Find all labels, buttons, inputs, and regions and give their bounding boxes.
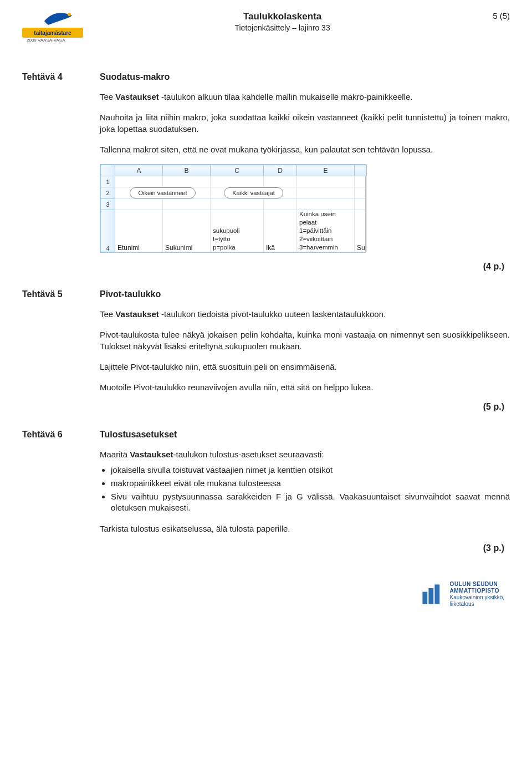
svg-point-0 bbox=[68, 13, 71, 16]
r4-f-partial: Su bbox=[355, 210, 367, 252]
task-6-score: (3 p.) bbox=[22, 543, 504, 553]
task-4: Tehtävä 4 Suodatus-makro Tee Vastaukset … bbox=[22, 72, 510, 272]
r4-c: sukupuoli t=tyttö p=poika bbox=[211, 210, 264, 252]
t4-p1c: -taulukon alkuun tilaa kahdelle mallin m… bbox=[159, 92, 413, 101]
r4-d: Ikä bbox=[264, 210, 297, 252]
task-5: Tehtävä 5 Pivot-taulukko Tee Vastaukset … bbox=[22, 289, 510, 412]
col-A: A bbox=[115, 165, 163, 176]
task-5-score: (5 p.) bbox=[22, 402, 504, 412]
taitaja-logo: taitajamästare 2009 VAASA-VASA bbox=[22, 11, 83, 44]
r4-e: Kuinka usein pelaat 1=päivittäin 2=viiko… bbox=[297, 210, 355, 252]
page-footer: OULUN SEUDUN AMMATTIOPISTO Kaukovainion … bbox=[22, 581, 504, 608]
footer-text: OULUN SEUDUN AMMATTIOPISTO Kaukovainion … bbox=[450, 581, 504, 608]
header-title: Taulukkolaskenta bbox=[83, 11, 482, 22]
header-center: Taulukkolaskenta Tietojenkäsittely – laj… bbox=[83, 11, 482, 32]
page-header: taitajamästare 2009 VAASA-VASA Taulukkol… bbox=[22, 11, 510, 44]
task-5-label: Tehtävä 5 bbox=[22, 289, 100, 299]
task-5-para-2: Pivot-taulukosta tulee näkyä jokaisen pe… bbox=[100, 329, 510, 352]
header-subtitle: Tietojenkäsittely – lajinro 33 bbox=[83, 23, 482, 32]
task-4-para-3: Tallenna makrot siten, että ne ovat muka… bbox=[100, 144, 510, 155]
r4-a: Etunimi bbox=[115, 210, 163, 252]
task-6-label: Tehtävä 6 bbox=[22, 430, 100, 440]
taitaja-wordmark: taitajamästare bbox=[22, 28, 83, 38]
taitaja-swirl-icon bbox=[42, 11, 75, 28]
task-5-para-3: Lajittele Pivot-taulukko niin, että suos… bbox=[100, 361, 510, 373]
svg-rect-1 bbox=[422, 592, 427, 604]
excel-macro-button-2: Kaikki vastaajat bbox=[224, 187, 283, 198]
t6-p1c: -taulukon tulostus-asetukset seuraavasti… bbox=[173, 450, 324, 459]
t5-p1a: Tee bbox=[100, 309, 115, 319]
t4-p1a: Tee bbox=[100, 92, 115, 101]
footer-line-2: AMMATTIOPISTO bbox=[450, 588, 504, 594]
t4-p1b: Vastaukset bbox=[115, 92, 158, 101]
osao-logo-icon bbox=[420, 582, 444, 606]
task-6-bullet-3: Sivu vaihtuu pystysuunnassa sarakkeiden … bbox=[111, 491, 510, 514]
t5-p1c: -taulukon tiedoista pivot-taulukko uutee… bbox=[159, 309, 386, 319]
footer-line-1: OULUN SEUDUN bbox=[450, 581, 504, 588]
svg-rect-3 bbox=[434, 584, 439, 604]
row-3: 3 bbox=[101, 199, 115, 210]
col-D: D bbox=[264, 165, 297, 176]
row-4: 4 bbox=[101, 210, 115, 252]
task-6-heading: Tulostusasetukset bbox=[100, 430, 177, 440]
task-6: Tehtävä 6 Tulostusasetukset Maaritä Vast… bbox=[22, 430, 510, 553]
task-6-para-1: Maaritä Vastaukset-taulukon tulostus-ase… bbox=[100, 448, 510, 460]
t6-p1a: Maaritä bbox=[100, 450, 130, 459]
t6-p1b: Vastaukset bbox=[130, 450, 173, 459]
t5-p1b: Vastaukset bbox=[115, 309, 158, 319]
task-6-bullets: jokaisella sivulla toistuvat vastaajien … bbox=[100, 465, 510, 514]
footer-line-3: Kaukovainion yksikkö, bbox=[450, 594, 504, 601]
task-4-score: (4 p.) bbox=[22, 262, 504, 272]
footer-line-4: liiketalous bbox=[450, 601, 504, 608]
excel-screenshot: A B C D E 1 2 Oikein vastanneet Kaikki v… bbox=[100, 164, 366, 253]
task-4-para-1: Tee Vastaukset -taulukon alkuun tilaa ka… bbox=[100, 91, 510, 103]
task-4-label: Tehtävä 4 bbox=[22, 72, 100, 82]
row-1: 1 bbox=[101, 176, 115, 187]
col-B: B bbox=[163, 165, 211, 176]
col-E: E bbox=[297, 165, 355, 176]
svg-rect-2 bbox=[428, 588, 433, 604]
taitaja-year: 2009 VAASA-VASA bbox=[27, 38, 65, 43]
task-6-bullet-2: makropainikkeet eivät ole mukana tuloste… bbox=[111, 478, 510, 489]
task-4-para-2: Nauhoita ja liitä niihin makro, joka suo… bbox=[100, 111, 510, 135]
excel-header-row: A B C D E bbox=[101, 165, 367, 176]
task-4-heading: Suodatus-makro bbox=[100, 72, 170, 82]
r4-b: Sukunimi bbox=[163, 210, 211, 252]
task-6-bullet-1: jokaisella sivulla toistuvat vastaajien … bbox=[111, 465, 510, 476]
page-counter: 5 (5) bbox=[493, 11, 510, 21]
task-5-heading: Pivot-taulukko bbox=[100, 289, 161, 299]
task-5-para-1: Tee Vastaukset -taulukon tiedoista pivot… bbox=[100, 308, 510, 320]
row-2: 2 bbox=[101, 187, 115, 199]
excel-macro-button-1: Oikein vastanneet bbox=[130, 187, 195, 198]
col-C: C bbox=[211, 165, 264, 176]
task-6-para-last: Tarkista tulostus esikatselussa, älä tul… bbox=[100, 523, 510, 534]
task-5-para-4: Muotoile Pivot-taulukko reunaviivojen av… bbox=[100, 381, 510, 393]
